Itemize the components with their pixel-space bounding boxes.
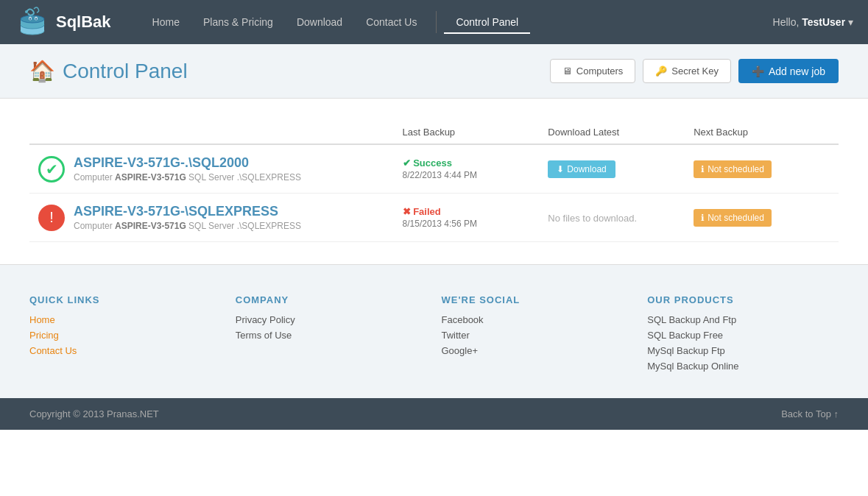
download-icon-1: ⬇ <box>557 164 564 174</box>
svg-point-4 <box>21 15 44 23</box>
logo-icon <box>15 4 50 40</box>
sql-label-2: SQL Server <box>188 221 234 231</box>
social-heading: WE'RE SOCIAL <box>442 294 633 305</box>
backup-date-1: 8/22/2013 4:44 PM <box>403 170 531 180</box>
nav-plans[interactable]: Plans & Pricing <box>191 10 285 34</box>
th-next-backup: Next Backup <box>685 121 839 144</box>
status-success-label-1: ✔ Success <box>403 157 452 169</box>
no-files-label: No files to download. <box>548 213 637 224</box>
download-cell-2: No files to download. <box>539 194 685 242</box>
info-icon-2: ℹ <box>701 213 705 223</box>
footer-link-sql-free[interactable]: SQL Backup Free <box>647 330 839 341</box>
not-scheduled-label-2: Not scheduled <box>708 213 764 223</box>
computer-label-1: Computer <box>74 172 113 183</box>
footer-links: QUICK LINKS Home Pricing Contact Us COMP… <box>0 264 868 398</box>
download-cell-1: ⬇ Download <box>539 144 685 194</box>
sql-label-1: SQL Server <box>188 172 234 183</box>
last-backup-cell-2: ✖ Failed 8/15/2013 4:56 PM <box>394 194 540 242</box>
nav-contact[interactable]: Contact Us <box>354 10 428 34</box>
status-icon-success: ✔ <box>38 156 65 183</box>
last-backup-cell-1: ✔ Success 8/22/2013 4:44 PM <box>394 144 540 194</box>
job-sub-2: Computer ASPIRE-V3-571G SQL Server .\SQL… <box>74 221 301 231</box>
backup-table: Last Backup Download Latest Next Backup … <box>29 121 839 242</box>
footer-link-twitter[interactable]: Twitter <box>442 330 633 341</box>
footer-link-privacy[interactable]: Privacy Policy <box>236 314 427 325</box>
footer-link-contact[interactable]: Contact Us <box>29 345 221 356</box>
user-prefix: Hello, <box>773 16 802 28</box>
secret-key-label: Secret Key <box>671 65 719 77</box>
secret-key-button[interactable]: 🔑 Secret Key <box>643 59 731 83</box>
nav-home[interactable]: Home <box>141 10 191 34</box>
job-info: ASPIRE-V3-571G-.\SQL2000 Computer ASPIRE… <box>74 155 301 183</box>
not-scheduled-button-1[interactable]: ℹ Not scheduled <box>694 160 772 178</box>
footer-quick-links: QUICK LINKS Home Pricing Contact Us <box>29 294 221 376</box>
company-heading: COMPANY <box>236 294 427 305</box>
products-heading: OUR PRODUCTS <box>647 294 839 305</box>
footer-link-mysql-online[interactable]: MySql Backup Online <box>647 361 839 372</box>
copyright-text: Copyright © 2013 Pranas.NET <box>29 408 159 419</box>
cp-buttons: 🖥 Computers 🔑 Secret Key ➕ Add new job <box>550 59 839 83</box>
computer-name-1: ASPIRE-V3-571G <box>115 172 186 183</box>
footer-link-facebook[interactable]: Facebook <box>442 314 633 325</box>
next-backup-cell-1: ℹ Not scheduled <box>685 144 839 194</box>
job-link-1[interactable]: ASPIRE-V3-571G-.\SQL2000 <box>74 155 249 170</box>
svg-point-7 <box>29 18 31 20</box>
navbar: SqlBak Home Plans & Pricing Download Con… <box>0 0 868 44</box>
control-panel-header: 🏠 Control Panel 🖥 Computers 🔑 Secret Key… <box>0 44 868 99</box>
username: TestUser <box>802 16 845 28</box>
computers-button[interactable]: 🖥 Computers <box>550 59 636 83</box>
navbar-user: Hello, TestUser ▾ <box>773 16 853 28</box>
brand: SqlBak <box>15 4 111 40</box>
page-title: Control Panel <box>63 60 188 83</box>
brand-name: SqlBak <box>56 13 111 32</box>
download-button-1[interactable]: ⬇ Download <box>548 160 615 178</box>
footer-links-grid: QUICK LINKS Home Pricing Contact Us COMP… <box>29 294 839 376</box>
job-link-2[interactable]: ASPIRE-V3-571G-\SQLEXPRESS <box>74 204 278 219</box>
nav-download[interactable]: Download <box>285 10 354 34</box>
footer-company: COMPANY Privacy Policy Terms of Use <box>236 294 427 376</box>
footer-link-sql-ftp[interactable]: SQL Backup And Ftp <box>647 314 839 325</box>
not-scheduled-label-1: Not scheduled <box>708 164 764 174</box>
th-download-latest: Download Latest <box>539 121 685 144</box>
status-failed-label-2: ✖ Failed <box>403 206 441 217</box>
sql-instance-2: .\SQLEXPRESS <box>237 221 301 231</box>
next-backup-cell-2: ℹ Not scheduled <box>685 194 839 242</box>
add-new-job-button[interactable]: ➕ Add new job <box>738 59 839 83</box>
download-label-1: Download <box>567 164 606 174</box>
footer-link-mysql-ftp[interactable]: MySql Backup Ftp <box>647 345 839 356</box>
quick-links-heading: QUICK LINKS <box>29 294 221 305</box>
monitor-icon: 🖥 <box>562 65 572 77</box>
sql-instance-1: .\SQLEXPRESS <box>237 172 301 183</box>
footer-link-pricing[interactable]: Pricing <box>29 330 221 341</box>
status-icon-failed: ! <box>38 205 65 231</box>
cp-title: 🏠 Control Panel <box>29 59 188 83</box>
house-icon: 🏠 <box>29 59 55 83</box>
footer-link-google[interactable]: Google+ <box>442 345 633 356</box>
table-row: ✔ ASPIRE-V3-571G-.\SQL2000 Computer ASPI… <box>29 144 839 194</box>
footer-link-terms[interactable]: Terms of Use <box>236 330 427 341</box>
table-row: ! ASPIRE-V3-571G-\SQLEXPRESS Computer AS… <box>29 194 839 242</box>
back-to-top[interactable]: Back to Top ↑ <box>781 408 839 419</box>
footer-link-home[interactable]: Home <box>29 314 221 325</box>
backup-date-2: 8/15/2013 4:56 PM <box>403 219 531 229</box>
svg-point-8 <box>35 18 37 20</box>
footer-products: OUR PRODUCTS SQL Backup And Ftp SQL Back… <box>647 294 839 376</box>
plus-icon: ➕ <box>752 65 764 77</box>
navbar-nav: Home Plans & Pricing Download Contact Us… <box>141 10 766 34</box>
computers-label: Computers <box>576 65 624 77</box>
info-icon-1: ℹ <box>701 164 705 174</box>
svg-point-9 <box>25 10 28 13</box>
th-last-backup: Last Backup <box>394 121 540 144</box>
footer-social: WE'RE SOCIAL Facebook Twitter Google+ <box>442 294 633 376</box>
job-sub-1: Computer ASPIRE-V3-571G SQL Server .\SQL… <box>74 172 301 183</box>
computer-name-2: ASPIRE-V3-571G <box>115 221 186 231</box>
main-content: Last Backup Download Latest Next Backup … <box>0 99 868 264</box>
key-icon: 🔑 <box>655 65 667 77</box>
not-scheduled-button-2[interactable]: ℹ Not scheduled <box>694 209 772 227</box>
nav-control-panel[interactable]: Control Panel <box>444 10 530 34</box>
th-name <box>29 121 394 144</box>
footer-bottom: Copyright © 2013 Pranas.NET Back to Top … <box>0 398 868 430</box>
computer-label-2: Computer <box>74 221 113 231</box>
navbar-divider <box>436 11 437 33</box>
add-job-label: Add new job <box>769 65 825 77</box>
